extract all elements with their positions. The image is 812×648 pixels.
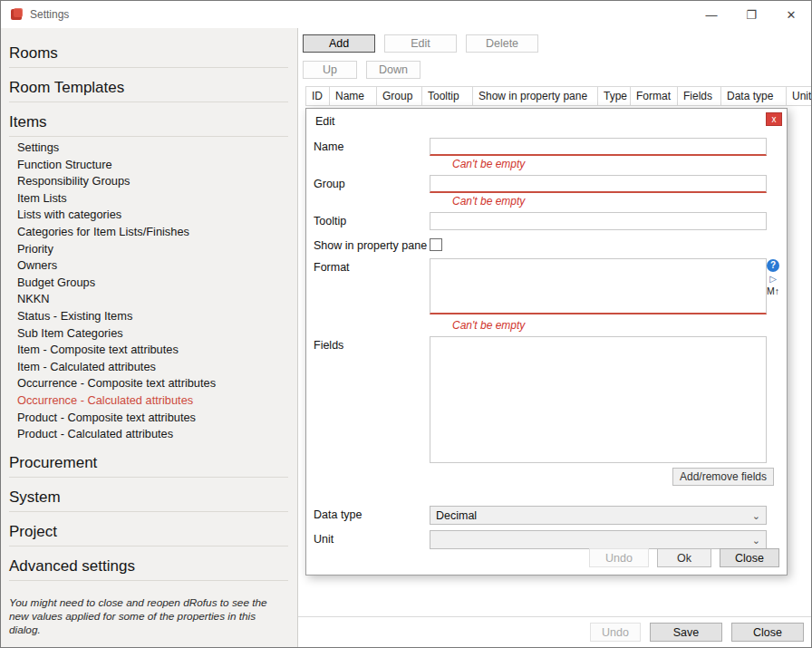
data-type-row: Data type Decimal ⌄ [314,506,779,525]
dialog-close-icon[interactable]: x [766,112,782,126]
format-textarea[interactable] [430,258,767,314]
chevron-down-icon: ⌄ [752,536,760,545]
format-tools: ? ▷ M↑ [767,258,779,296]
column-header-type[interactable]: Type [598,87,631,105]
footer-save-button[interactable]: Save [650,623,722,642]
sidebar-item-item-composite-text-attributes[interactable]: Item - Composite text attributes [9,342,297,359]
add-remove-fields-button[interactable]: Add/remove fields [672,468,774,486]
column-header-format[interactable]: Format [631,87,678,105]
sidebar-item-priority[interactable]: Priority [9,241,297,258]
sidebar-item-product-composite-text-attributes[interactable]: Product - Composite text attributes [9,410,297,427]
format-label: Format [314,258,430,274]
sidebar-section-items[interactable]: Items [9,113,288,137]
sidebar-section-procurement[interactable]: Procurement [9,454,288,478]
help-icon[interactable]: ? [767,259,779,272]
fields-row: Fields [314,336,779,466]
dialog-undo-button[interactable]: Undo [589,548,649,567]
chevron-down-icon: ⌄ [752,511,760,520]
column-header-group[interactable]: Group [377,87,422,105]
app-icon [10,7,24,22]
footer-undo-button[interactable]: Undo [590,623,641,642]
edit-button[interactable]: Edit [384,34,457,53]
tooltip-input[interactable] [430,212,767,230]
fields-button-row: Add/remove fields [314,468,774,486]
unit-select[interactable]: ⌄ [430,530,767,549]
name-label: Name [314,138,430,153]
uppercase-icon[interactable]: M↑ [767,285,779,296]
window-controls: — ❐ ✕ [691,1,811,28]
show-in-property-pane-row: Show in property pane [314,237,779,254]
edit-dialog-titlebar: Edit x [306,109,787,134]
group-validation-message: Can't be empty [452,195,779,210]
unit-label: Unit [314,530,430,546]
sidebar-section-room-templates[interactable]: Room Templates [9,79,288,102]
sidebar-section-system[interactable]: System [9,488,288,512]
column-header-name[interactable]: Name [330,87,377,105]
sidebar-item-categories-for-item-lists-finishes[interactable]: Categories for Item Lists/Finishes [9,224,297,241]
sidebar-item-function-structure[interactable]: Function Structure [9,157,297,174]
sidebar-item-occurrence-composite-text-attributes[interactable]: Occurrence - Composite text attributes [9,375,297,392]
up-button[interactable]: Up [303,61,357,79]
sidebar-item-product-calculated-attributes[interactable]: Product - Calculated attributes [9,426,297,443]
data-type-select[interactable]: Decimal ⌄ [430,506,767,525]
main-panel: Add Edit Delete Up Down IDNameGroupToolt… [298,28,811,647]
sidebar-item-item-calculated-attributes[interactable]: Item - Calculated attributes [9,359,297,376]
edit-dialog-title: Edit [315,115,335,128]
unit-row: Unit ⌄ [314,530,779,549]
sidebar-nav: RoomsRoom TemplatesItemsSettingsFunction… [9,34,297,584]
sidebar-item-nkkn[interactable]: NKKN [9,291,297,308]
format-validation-message: Can't be empty [452,319,779,334]
sidebar-section-advanced-settings[interactable]: Advanced settings [9,557,288,581]
show-in-property-pane-label: Show in property pane [314,237,430,252]
sidebar-note: You might need to close and reopen dRofu… [9,596,285,637]
insert-field-icon[interactable]: ▷ [769,274,777,284]
sidebar-item-settings[interactable]: Settings [9,140,297,157]
toolbar-row-1: Add Edit Delete [298,28,811,53]
name-row: Name [314,138,779,156]
sidebar-item-occurrence-calculated-attributes[interactable]: Occurrence - Calculated attributes [9,392,297,410]
down-button[interactable]: Down [366,61,420,79]
sidebar-item-status-existing-items[interactable]: Status - Existing Items [9,308,297,325]
toolbar-row-2: Up Down [298,53,811,79]
fields-textarea[interactable] [430,336,767,463]
minimize-button[interactable]: — [691,1,731,28]
dialog-ok-button[interactable]: Ok [657,548,711,567]
format-row: Format ? ▷ M↑ [314,258,779,317]
close-button[interactable]: ✕ [771,1,811,28]
delete-button[interactable]: Delete [466,34,538,53]
settings-window: Settings — ❐ ✕ RoomsRoom TemplatesItemsS… [0,0,812,648]
group-label: Group [314,175,430,190]
edit-dialog-form: Name Can't be empty Group Can't be empty… [306,134,787,549]
sidebar-item-owners[interactable]: Owners [9,257,297,275]
name-input[interactable] [430,138,767,156]
sidebar-item-lists-with-categories[interactable]: Lists with categories [9,207,297,224]
column-header-id[interactable]: ID [306,87,330,105]
data-type-value: Decimal [436,509,477,522]
window-body: RoomsRoom TemplatesItemsSettingsFunction… [1,28,811,647]
table-header: IDNameGroupTooltipShow in property paneT… [305,86,811,106]
edit-dialog-footer: Undo Ok Close [589,548,779,567]
column-header-fields[interactable]: Fields [678,87,721,105]
column-header-unit[interactable]: Unit [787,87,811,105]
tooltip-label: Tooltip [314,212,430,227]
sidebar: RoomsRoom TemplatesItemsSettingsFunction… [1,28,298,647]
sidebar-item-responsibility-groups[interactable]: Responsibility Groups [9,173,297,190]
sidebar-item-budget-groups[interactable]: Budget Groups [9,275,297,292]
add-button[interactable]: Add [303,34,375,53]
main-footer: Undo Save Close [298,616,811,647]
column-header-tooltip[interactable]: Tooltip [422,87,473,105]
column-header-show-in-property-pane[interactable]: Show in property pane [473,87,598,105]
maximize-button[interactable]: ❐ [731,1,771,28]
column-header-data-type[interactable]: Data type [721,87,787,105]
group-input[interactable] [430,175,767,193]
tooltip-row: Tooltip [314,212,779,230]
show-in-property-pane-checkbox[interactable] [430,238,442,251]
dialog-close-button[interactable]: Close [720,548,779,567]
group-row: Group [314,175,779,193]
sidebar-section-rooms[interactable]: Rooms [9,44,288,68]
sidebar-item-item-lists[interactable]: Item Lists [9,190,297,208]
name-validation-message: Can't be empty [452,158,779,173]
footer-close-button[interactable]: Close [731,623,804,642]
sidebar-section-project[interactable]: Project [9,523,288,546]
sidebar-item-sub-item-categories[interactable]: Sub Item Categories [9,325,297,343]
